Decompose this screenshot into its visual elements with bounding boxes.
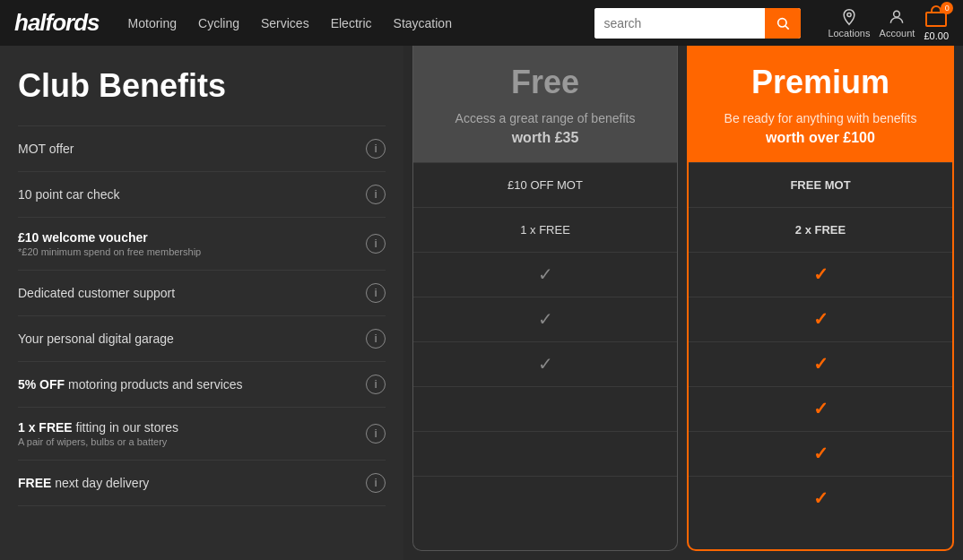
premium-cell-2: ✓	[689, 252, 952, 297]
benefit-garage-label: Your personal digital garage	[18, 332, 174, 346]
main-content: Club Benefits MOT offer i 10 point car c…	[0, 46, 963, 560]
logo[interactable]: halfords	[14, 9, 100, 37]
premium-cell-4: ✓	[689, 341, 952, 386]
benefit-support: Dedicated customer support i	[18, 270, 386, 315]
locations-button[interactable]: Locations	[828, 8, 870, 39]
benefit-support-info[interactable]: i	[366, 283, 386, 303]
benefit-discount-info[interactable]: i	[366, 375, 386, 394]
basket-badge: 0	[941, 2, 953, 14]
free-cell-6	[413, 431, 677, 476]
benefit-fitting-sub: A pair of wipers, bulbs or a battery	[18, 436, 178, 447]
benefit-discount-label: 5% OFF motoring products and services	[18, 377, 243, 392]
main-nav: Motoring Cycling Services Electric Stayc…	[128, 16, 577, 30]
free-cell-2: ✓	[413, 252, 677, 297]
premium-check-3: ✓	[813, 308, 829, 330]
nav-cycling[interactable]: Cycling	[198, 16, 239, 30]
locations-label: Locations	[828, 28, 870, 39]
header-icons: Locations Account 0 £0.00	[828, 5, 949, 41]
location-icon	[840, 8, 858, 26]
benefit-fitting-info[interactable]: i	[366, 424, 386, 444]
benefit-mot-label: MOT offer	[18, 142, 74, 156]
benefit-delivery: FREE next day delivery i	[18, 460, 386, 506]
benefit-delivery-info[interactable]: i	[366, 473, 386, 493]
account-button[interactable]: Account	[877, 8, 916, 39]
free-cell-4: ✓	[413, 341, 677, 386]
svg-point-2	[847, 13, 851, 16]
nav-services[interactable]: Services	[261, 16, 309, 30]
main-header: halfords Motoring Cycling Services Elect…	[0, 0, 963, 46]
free-check-2: ✓	[538, 263, 553, 285]
premium-cell-6: ✓	[689, 431, 952, 476]
search-button[interactable]	[765, 8, 801, 39]
nav-electric[interactable]: Electric	[331, 16, 372, 30]
benefit-mot: MOT offer i	[18, 125, 386, 171]
free-plan-header: Free Access a great range of benefits wo…	[413, 46, 677, 162]
premium-check-5: ✓	[813, 398, 829, 419]
benefit-welcome-sub: *£20 minimum spend on free membership	[18, 246, 201, 257]
svg-point-0	[778, 18, 786, 26]
free-cell-0: £10 OFF MOT	[413, 162, 677, 207]
left-column: Club Benefits MOT offer i 10 point car c…	[0, 46, 403, 560]
benefit-welcome: £10 welcome voucher *£20 minimum spend o…	[18, 217, 386, 270]
account-icon	[888, 8, 906, 26]
svg-point-3	[894, 11, 900, 17]
benefit-car-check: 10 point car check i	[18, 171, 386, 217]
benefit-mot-info[interactable]: i	[366, 139, 386, 159]
premium-cell-7: ✓	[689, 476, 952, 521]
premium-cell-3: ✓	[689, 297, 952, 341]
premium-plan-header: Premium Be ready for anything with benef…	[689, 46, 952, 162]
free-cell-7	[413, 476, 677, 521]
nav-motoring[interactable]: Motoring	[128, 16, 177, 30]
basket-icon-wrap: 0	[924, 5, 948, 29]
free-cell-3: ✓	[413, 297, 677, 341]
benefit-discount: 5% OFF motoring products and services i	[18, 361, 386, 407]
benefit-support-label: Dedicated customer support	[18, 286, 175, 300]
benefit-welcome-label: £10 welcome voucher *£20 minimum spend o…	[18, 230, 201, 257]
search-bar	[594, 8, 801, 39]
free-cell-1: 1 x FREE	[413, 207, 677, 252]
free-plan-title: Free	[428, 64, 663, 101]
basket-price: £0.00	[924, 30, 949, 41]
premium-plan: Premium Be ready for anything with benef…	[687, 46, 954, 551]
free-plan: Free Access a great range of benefits wo…	[412, 46, 678, 551]
free-cell-5	[413, 386, 677, 431]
premium-cell-0: FREE MOT	[689, 162, 952, 207]
premium-cell-1: 2 x FREE	[689, 207, 952, 252]
premium-plan-sub: Be ready for anything with benefits wort…	[703, 110, 938, 148]
benefit-fitting-label: 1 x FREE fitting in our stores A pair of…	[18, 420, 178, 447]
premium-check-7: ✓	[813, 487, 829, 509]
search-icon	[776, 16, 790, 30]
search-input[interactable]	[594, 8, 765, 39]
account-label: Account	[880, 28, 915, 39]
premium-plan-title: Premium	[703, 64, 938, 101]
premium-check-2: ✓	[813, 263, 829, 285]
plans-wrapper: Free Access a great range of benefits wo…	[403, 46, 963, 560]
page-title: Club Benefits	[18, 67, 386, 104]
benefit-delivery-label: FREE next day delivery	[18, 476, 149, 490]
free-plan-cells: £10 OFF MOT 1 x FREE ✓ ✓ ✓	[413, 162, 677, 550]
svg-rect-4	[926, 13, 946, 26]
premium-check-6: ✓	[813, 443, 829, 464]
nav-staycation[interactable]: Staycation	[394, 16, 452, 30]
free-plan-sub: Access a great range of benefits worth £…	[428, 110, 663, 148]
benefit-car-check-info[interactable]: i	[366, 185, 386, 204]
free-check-3: ✓	[538, 308, 553, 330]
premium-cell-5: ✓	[689, 386, 952, 431]
free-check-4: ✓	[538, 353, 553, 375]
premium-check-4: ✓	[813, 353, 829, 375]
svg-line-1	[785, 26, 789, 30]
benefit-car-check-label: 10 point car check	[18, 187, 120, 202]
benefit-welcome-info[interactable]: i	[366, 234, 386, 254]
benefit-garage: Your personal digital garage i	[18, 315, 386, 361]
benefit-garage-info[interactable]: i	[366, 329, 386, 349]
basket-button[interactable]: 0 £0.00	[924, 5, 949, 41]
premium-plan-cells: FREE MOT 2 x FREE ✓ ✓ ✓ ✓ ✓ ✓	[689, 162, 952, 549]
benefit-fitting: 1 x FREE fitting in our stores A pair of…	[18, 407, 386, 460]
